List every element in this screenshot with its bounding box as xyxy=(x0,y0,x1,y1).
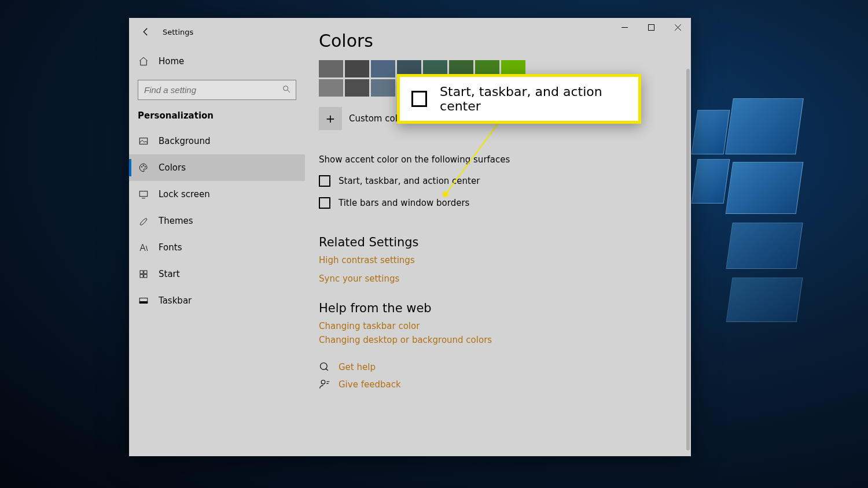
window-title: Settings xyxy=(163,28,193,36)
svg-rect-5 xyxy=(139,191,148,197)
svg-rect-7 xyxy=(144,271,147,273)
svg-rect-6 xyxy=(140,271,143,273)
sidebar-item-fonts[interactable]: Fonts xyxy=(129,234,305,261)
help-heading: Help from the web xyxy=(319,301,677,315)
color-swatch[interactable] xyxy=(345,79,369,97)
checkbox-title-bars[interactable]: Title bars and window borders xyxy=(319,197,677,209)
close-button[interactable] xyxy=(664,18,691,36)
svg-rect-1 xyxy=(139,138,148,145)
link-high-contrast[interactable]: High contrast settings xyxy=(319,255,677,265)
link-sync-settings[interactable]: Sync your settings xyxy=(319,273,677,284)
link-taskbar-color[interactable]: Changing taskbar color xyxy=(319,321,677,331)
svg-rect-11 xyxy=(139,302,148,304)
sidebar-item-colors[interactable]: Colors xyxy=(129,154,305,181)
titlebar-left: Settings xyxy=(129,18,305,46)
sidebar-section-header: Personalization xyxy=(129,100,305,123)
monitor-icon xyxy=(138,188,149,200)
link-desktop-color[interactable]: Changing desktop or background colors xyxy=(319,335,677,345)
sidebar-item-home[interactable]: Home xyxy=(129,48,305,75)
checkbox-icon xyxy=(319,197,330,209)
feedback-icon xyxy=(319,379,330,390)
svg-rect-8 xyxy=(140,275,143,278)
footer-link-label: Get help xyxy=(339,362,376,372)
annotation-callout: Start, taskbar, and action center xyxy=(397,74,641,124)
checkbox-label: Start, taskbar, and action center xyxy=(339,176,480,186)
sidebar-item-label: Taskbar xyxy=(159,295,192,306)
maximize-button[interactable] xyxy=(638,18,664,36)
give-feedback-link[interactable]: Give feedback xyxy=(319,379,677,390)
related-settings-heading: Related Settings xyxy=(319,235,677,249)
taskbar-icon xyxy=(138,295,149,306)
sidebar: Settings Home Personalization Background… xyxy=(129,18,305,456)
sidebar-item-background[interactable]: Background xyxy=(129,128,305,154)
palette-icon xyxy=(138,162,149,173)
sidebar-item-label: Lock screen xyxy=(159,189,210,199)
svg-point-14 xyxy=(321,380,325,385)
plus-icon: + xyxy=(319,107,342,130)
search-icon xyxy=(282,84,291,96)
accent-surfaces-heading: Show accent color on the following surfa… xyxy=(319,154,677,165)
window-controls xyxy=(611,18,691,36)
color-swatch[interactable] xyxy=(319,60,343,77)
svg-point-3 xyxy=(143,165,144,167)
search-input[interactable] xyxy=(138,80,296,100)
footer-link-label: Give feedback xyxy=(339,379,401,390)
minimize-button[interactable] xyxy=(611,18,638,36)
get-help-link[interactable]: Get help xyxy=(319,361,677,373)
svg-point-2 xyxy=(141,167,142,168)
sidebar-item-label: Background xyxy=(159,136,211,146)
sidebar-item-label: Fonts xyxy=(159,242,182,253)
sidebar-item-start[interactable]: Start xyxy=(129,261,305,287)
svg-point-13 xyxy=(321,363,328,370)
brush-icon xyxy=(138,215,149,227)
font-icon xyxy=(138,242,149,253)
svg-point-0 xyxy=(284,86,288,91)
annotation-label: Start, taskbar, and action center xyxy=(440,84,638,113)
home-icon xyxy=(138,56,149,67)
sidebar-item-themes[interactable]: Themes xyxy=(129,208,305,234)
svg-rect-12 xyxy=(648,24,654,30)
checkbox-label: Title bars and window borders xyxy=(339,198,469,208)
color-swatch[interactable] xyxy=(371,79,395,97)
color-swatch[interactable] xyxy=(319,79,343,97)
checkbox-icon xyxy=(411,91,427,107)
sidebar-item-label: Colors xyxy=(159,162,186,173)
sidebar-item-label: Start xyxy=(159,269,180,279)
picture-icon xyxy=(138,135,149,147)
help-icon xyxy=(319,361,330,373)
checkbox-icon xyxy=(319,175,330,187)
sidebar-item-label: Home xyxy=(159,56,184,66)
svg-rect-9 xyxy=(144,275,147,278)
color-swatch[interactable] xyxy=(371,60,395,77)
sidebar-item-taskbar[interactable]: Taskbar xyxy=(129,287,305,314)
checkbox-start-taskbar[interactable]: Start, taskbar, and action center xyxy=(319,175,677,187)
grid-icon xyxy=(138,268,149,280)
sidebar-item-lock-screen[interactable]: Lock screen xyxy=(129,181,305,208)
svg-point-4 xyxy=(145,167,146,168)
sidebar-item-label: Themes xyxy=(159,216,193,226)
back-button[interactable] xyxy=(134,20,158,44)
color-swatch[interactable] xyxy=(345,60,369,77)
desktop-background-art xyxy=(694,110,793,364)
